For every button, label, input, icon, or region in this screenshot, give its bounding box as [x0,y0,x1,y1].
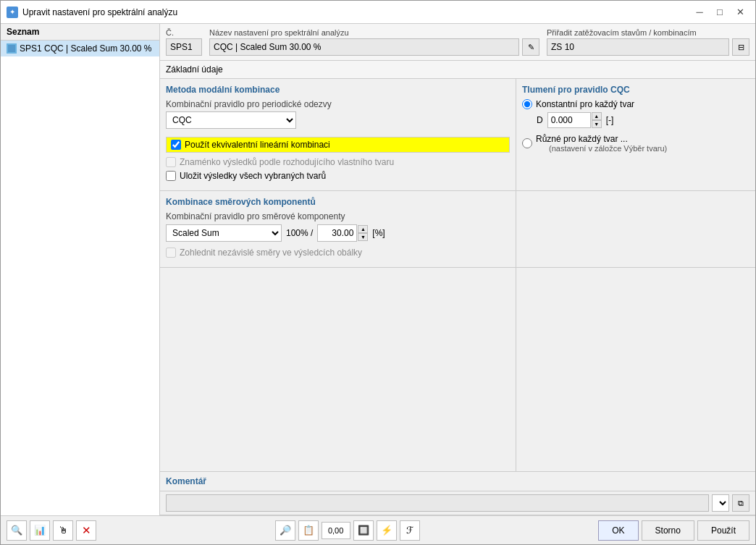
assign-input[interactable] [547,38,729,56]
header-row: Č. Název nastavení pro spektrální analýz… [160,24,755,61]
toolbar-chart-button[interactable]: 📊 [30,520,50,541]
assign-edit-button[interactable]: ⊟ [732,38,749,56]
number-field: Č. [166,28,202,56]
assign-label: Přiřadit zatěžovacím stavům / kombinacím [547,28,749,37]
percent-label: 100% / [286,228,313,238]
spacer-left [160,268,516,471]
maximize-button[interactable]: □ [710,4,729,20]
scaled-sum-select[interactable]: Scaled Sum SRSS ABS [166,224,282,242]
toolbar-search-button[interactable]: 🔍 [7,520,27,541]
form-main: Základní údaje Metoda modální kombinace … [160,61,755,515]
different-radio[interactable] [522,138,532,148]
right-panel: Č. Název nastavení pro spektrální analýz… [160,24,755,515]
basic-info-title: Základní údaje [166,64,223,75]
comment-copy-button[interactable]: ⧉ [732,494,749,512]
damping-title: Tlumení pro pravidlo CQC [522,85,749,95]
different-label: Různé pro každý tvar ... [536,134,667,144]
lower-sections: Kombinace směrových komponentů Kombinačn… [160,191,755,268]
percent-down-arrow[interactable]: ▼ [358,233,368,241]
toolbar-icon1[interactable]: 🔎 [275,520,295,541]
independent-checkbox[interactable] [166,248,176,258]
spacer-right [516,268,755,471]
directional-title: Kombinace směrových komponentů [166,197,510,207]
name-label: Název nastavení pro spektrální analýzu [209,28,539,37]
main-window: ✦ Upravit nastavení pro spektrální analý… [0,0,756,545]
assign-field: Přiřadit zatěžovacím stavům / kombinacím… [547,28,749,56]
cancel-button[interactable]: Storno [642,520,694,541]
constant-label: Konstantní pro každý tvar [536,99,634,109]
toolbar-icon5[interactable]: ℱ [400,520,420,541]
equiv-checkbox-row: Použít ekvivalentní lineární kombinaci [166,137,510,153]
modal-combination-title: Metoda modální kombinace [166,85,510,95]
damping-spin-arrows: ▲ ▼ [592,112,602,128]
toolbar-right: OK Storno Použít [598,520,749,541]
toolbar-icon4[interactable]: ⚡ [377,520,397,541]
combo-select[interactable]: CQC SRSS ABS [166,111,296,129]
svg-rect-0 [8,45,15,52]
app-icon: ✦ [7,7,18,18]
toolbar-delete-button[interactable]: ✕ [76,520,96,541]
lower-right-empty [516,191,755,267]
basic-info-bar: Základní údaje [160,61,755,79]
upper-sections: Metoda modální kombinace Kombinační prav… [160,79,755,191]
percent-up-arrow[interactable]: ▲ [358,225,368,233]
apply-button[interactable]: Použít [697,520,749,541]
damping-up-arrow[interactable]: ▲ [592,112,602,120]
sign-checkbox-row: Znaménko výsledků podle rozhodujícího vl… [166,157,510,167]
list-item-label: SPS1 CQC | Scaled Sum 30.00 % [20,43,152,54]
different-radio-row: Různé pro každý tvar ... (nastavení v zá… [522,134,749,153]
constant-radio[interactable] [522,99,532,109]
damping-down-arrow[interactable]: ▼ [592,120,602,128]
save-checkbox[interactable] [166,171,176,181]
different-label-block: Různé pro každý tvar ... (nastavení v zá… [536,134,667,153]
different-sub: (nastavení v záložce Výběr tvaru) [549,144,667,153]
name-edit-button[interactable]: ✎ [522,38,539,56]
combo-label: Kombinační pravidlo pro periodické odezv… [166,99,510,109]
main-content: Seznam SPS1 CQC | Scaled Sum 30.00 % Č. [1,24,755,515]
value-display: 0,00 [322,522,350,539]
sign-label: Znaménko výsledků podle rozhodujícího vl… [180,157,394,167]
damping-input[interactable] [547,112,591,128]
window-title: Upravit nastavení pro spektrální analýzu [22,7,177,17]
number-input[interactable] [166,38,202,56]
number-label: Č. [166,28,202,37]
percent-input[interactable] [317,224,357,242]
name-field: Název nastavení pro spektrální analýzu ✎ [209,28,539,56]
sign-checkbox[interactable] [166,157,176,167]
title-bar: ✦ Upravit nastavení pro spektrální analý… [1,1,755,24]
name-input[interactable] [209,38,519,56]
title-bar-left: ✦ Upravit nastavení pro spektrální analý… [7,7,177,18]
directional-combo-label: Kombinační pravidlo pro směrové komponen… [166,211,510,221]
percent-spin-arrows: ▲ ▼ [358,225,368,241]
seznam-header: Seznam [1,24,159,41]
spacer-inner [160,268,755,471]
left-panel: Seznam SPS1 CQC | Scaled Sum 30.00 % [1,24,160,515]
equiv-checkbox[interactable] [171,140,181,150]
percent-unit: [%] [372,228,385,238]
comment-dropdown[interactable] [712,494,729,512]
damping-value-row: D ▲ ▼ [-] [537,112,749,128]
independent-checkbox-row: Zohlednit nezávislé směry ve výsledcích … [166,248,510,258]
d-label: D [537,115,543,125]
modal-combination-section: Metoda modální kombinace Kombinační prav… [160,79,516,190]
toolbar-cursor-button[interactable]: 🖱 [53,520,73,541]
list-item-icon [7,43,17,54]
title-bar-controls: ─ □ ✕ [690,4,749,20]
damping-spinner: ▲ ▼ [547,112,602,128]
save-label: Uložit výsledky všech vybraných tvarů [180,171,326,181]
toolbar-icon2[interactable]: 📋 [298,520,319,541]
comment-row: Komentář [160,472,755,491]
comment-input[interactable] [166,494,709,512]
close-button[interactable]: ✕ [731,4,749,20]
constant-radio-row: Konstantní pro každý tvar [522,99,749,109]
comment-title: Komentář [166,476,206,486]
ok-button[interactable]: OK [598,520,638,541]
toolbar-icon3[interactable]: 🔲 [353,520,374,541]
scaled-sum-row: Scaled Sum SRSS ABS 100% / ▲ ▼ [166,224,510,242]
list-item[interactable]: SPS1 CQC | Scaled Sum 30.00 % [1,41,159,56]
percent-spinner: ▲ ▼ [317,224,368,242]
independent-label: Zohlednit nezávislé směry ve výsledcích … [180,248,362,258]
minimize-button[interactable]: ─ [690,4,709,20]
equiv-label: Použít ekvivalentní lineární kombinaci [185,140,330,150]
comment-input-row: ⧉ [160,491,755,515]
